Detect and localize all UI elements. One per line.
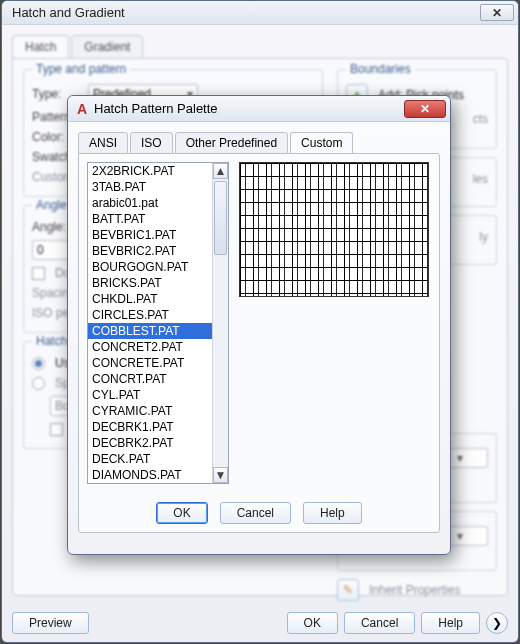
tab-hatch[interactable]: Hatch (12, 35, 69, 59)
list-item[interactable]: BRICKS.PAT (88, 275, 212, 291)
chevron-right-icon: ❯ (492, 616, 502, 630)
right-suffix-3: ly (479, 230, 488, 244)
right-suffix-2: les (473, 172, 488, 186)
brush-icon: ✎ (343, 583, 353, 597)
inner-title: Hatch Pattern Palette (94, 101, 218, 116)
chevron-up-icon: ▲ (215, 164, 227, 178)
scroll-down-button[interactable]: ▼ (213, 467, 228, 483)
close-icon: ✕ (492, 6, 502, 20)
list-item[interactable]: BEVBRIC1.PAT (88, 227, 212, 243)
list-item[interactable]: arabic01.pat (88, 195, 212, 211)
inner-help-button[interactable]: Help (303, 502, 362, 524)
outer-help-button[interactable]: Help (421, 612, 480, 634)
list-item[interactable]: CHKDL.PAT (88, 291, 212, 307)
inner-close-button[interactable]: ✕ (404, 100, 446, 118)
list-item[interactable]: 3TAB.PAT (88, 179, 212, 195)
right-combo-b[interactable] (448, 526, 488, 546)
outer-title: Hatch and Gradient (12, 5, 125, 20)
inner-cancel-button[interactable]: Cancel (220, 502, 291, 524)
inherit-icon-button[interactable]: ✎ (337, 579, 359, 601)
tab-gradient-label: Gradient (84, 40, 130, 54)
tab-iso[interactable]: ISO (130, 132, 173, 154)
pattern-listbox[interactable]: 2X2BRICK.PAT3TAB.PATarabic01.patBATT.PAT… (87, 162, 229, 484)
radio-use-current[interactable] (32, 357, 45, 370)
list-item[interactable]: BEVBRIC2.PAT (88, 243, 212, 259)
list-item[interactable]: BOURGOGN.PAT (88, 259, 212, 275)
group-type-pattern-title: Type and pattern (32, 62, 130, 76)
pattern-list-inner: 2X2BRICK.PAT3TAB.PATarabic01.patBATT.PAT… (88, 163, 212, 483)
store-default-checkbox[interactable] (50, 423, 63, 436)
list-item[interactable]: CYL.PAT (88, 387, 212, 403)
outer-ok-button[interactable]: OK (287, 612, 338, 634)
list-item[interactable]: CYRAMIC.PAT (88, 403, 212, 419)
inner-help-label: Help (320, 506, 345, 520)
preview-label: Preview (29, 616, 72, 630)
tab-gradient[interactable]: Gradient (71, 35, 143, 59)
tab-custom-label: Custom (301, 136, 342, 150)
list-item[interactable]: CIRCLES.PAT (88, 307, 212, 323)
outer-ok-label: OK (304, 616, 321, 630)
inner-tabstrip: ANSI ISO Other Predefined Custom (78, 132, 440, 154)
outer-tabstrip: Hatch Gradient (12, 35, 508, 59)
tab-ansi[interactable]: ANSI (78, 132, 128, 154)
expand-button[interactable]: ❯ (486, 612, 508, 634)
right-suffix-1: cts (473, 112, 488, 126)
list-item[interactable]: COBBLEST.PAT (88, 323, 212, 339)
outer-close-button[interactable]: ✕ (480, 4, 514, 21)
preview-button[interactable]: Preview (12, 612, 89, 634)
close-icon: ✕ (420, 102, 430, 116)
tab-other-label: Other Predefined (186, 136, 277, 150)
inner-ok-label: OK (173, 506, 190, 520)
outer-cancel-label: Cancel (361, 616, 398, 630)
inner-body: ANSI ISO Other Predefined Custom 2X2BRIC… (68, 122, 450, 554)
chevron-down-icon: ▼ (215, 468, 227, 482)
list-item[interactable]: DECBRK2.PAT (88, 435, 212, 451)
hatch-pattern-palette-dialog: A Hatch Pattern Palette ✕ ANSI ISO Other… (67, 95, 451, 555)
group-boundaries-title: Boundaries (346, 62, 415, 76)
app-icon: A (74, 101, 90, 117)
list-scrollbar[interactable]: ▲ ▼ (212, 163, 228, 483)
tab-hatch-label: Hatch (25, 40, 56, 54)
inner-ok-button[interactable]: OK (156, 502, 207, 524)
list-item[interactable]: DECBRK1.PAT (88, 419, 212, 435)
list-item[interactable]: CONCRET2.PAT (88, 339, 212, 355)
scroll-thumb[interactable] (214, 181, 227, 255)
inner-panel: 2X2BRICK.PAT3TAB.PATarabic01.patBATT.PAT… (78, 153, 440, 533)
pattern-preview (239, 162, 429, 297)
angle-value: 0 (37, 243, 44, 257)
tab-iso-label: ISO (141, 136, 162, 150)
outer-titlebar: Hatch and Gradient ✕ (2, 1, 518, 25)
outer-footer: Preview OK Cancel Help ❯ (12, 612, 508, 634)
list-item[interactable]: DECK.PAT (88, 451, 212, 467)
list-item[interactable]: CONCRETE.PAT (88, 355, 212, 371)
list-item[interactable]: CONCRT.PAT (88, 371, 212, 387)
label-inherit: Inherit Properties (369, 583, 460, 597)
outer-cancel-button[interactable]: Cancel (344, 612, 415, 634)
inner-cancel-label: Cancel (237, 506, 274, 520)
right-combo-a[interactable] (448, 448, 488, 468)
outer-help-label: Help (438, 616, 463, 630)
scroll-up-button[interactable]: ▲ (213, 163, 228, 179)
double-checkbox[interactable] (32, 267, 45, 280)
tab-other-predefined[interactable]: Other Predefined (175, 132, 288, 154)
radio-specified[interactable] (32, 377, 45, 390)
list-item[interactable]: BATT.PAT (88, 211, 212, 227)
list-item[interactable]: DIAMONDS.PAT (88, 467, 212, 483)
tab-custom[interactable]: Custom (290, 132, 353, 154)
inner-titlebar: A Hatch Pattern Palette ✕ (68, 96, 450, 122)
list-item[interactable]: 2X2BRICK.PAT (88, 163, 212, 179)
tab-ansi-label: ANSI (89, 136, 117, 150)
